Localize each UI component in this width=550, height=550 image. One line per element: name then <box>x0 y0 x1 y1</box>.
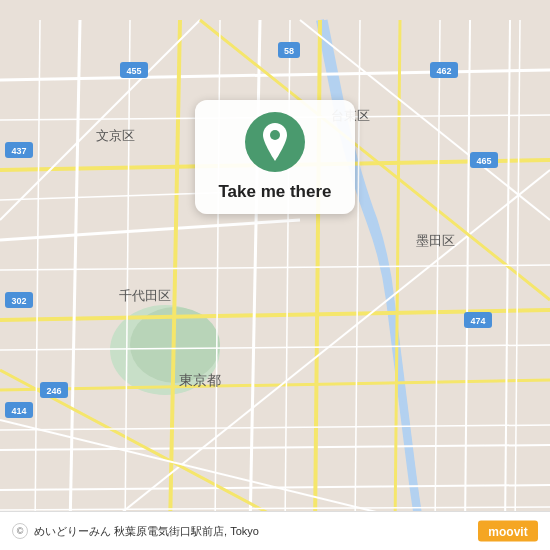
svg-text:moovit: moovit <box>488 525 527 539</box>
moovit-logo-svg: moovit <box>478 520 538 542</box>
location-attribution: めいどりーみん 秋葉原電気街口駅前店, Tokyo <box>34 524 259 539</box>
map-container: 455 58 462 437 465 302 246 414 474 文京区 台… <box>0 0 550 550</box>
svg-text:462: 462 <box>436 66 451 76</box>
svg-text:414: 414 <box>11 406 26 416</box>
svg-text:千代田区: 千代田区 <box>119 288 171 303</box>
svg-text:墨田区: 墨田区 <box>416 233 455 248</box>
bottom-bar: © めいどりーみん 秋葉原電気街口駅前店, Tokyo moovit <box>0 511 550 550</box>
svg-text:465: 465 <box>476 156 491 166</box>
svg-text:302: 302 <box>11 296 26 306</box>
location-pin-icon <box>259 123 291 161</box>
pin-card: Take me there <box>195 100 355 214</box>
map-background: 455 58 462 437 465 302 246 414 474 文京区 台… <box>0 0 550 550</box>
svg-text:246: 246 <box>46 386 61 396</box>
svg-point-59 <box>270 130 280 140</box>
take-me-there-button[interactable]: Take me there <box>218 182 331 202</box>
svg-text:58: 58 <box>284 46 294 56</box>
pin-popup: Take me there <box>195 100 355 214</box>
pin-icon-container <box>245 112 305 172</box>
osm-icon: © <box>12 523 28 539</box>
svg-text:455: 455 <box>126 66 141 76</box>
svg-text:474: 474 <box>470 316 485 326</box>
svg-text:文京区: 文京区 <box>96 128 135 143</box>
moovit-logo: moovit <box>478 520 538 542</box>
svg-text:437: 437 <box>11 146 26 156</box>
svg-text:東京都: 東京都 <box>179 372 221 388</box>
bottom-bar-content: © めいどりーみん 秋葉原電気街口駅前店, Tokyo <box>12 523 478 539</box>
